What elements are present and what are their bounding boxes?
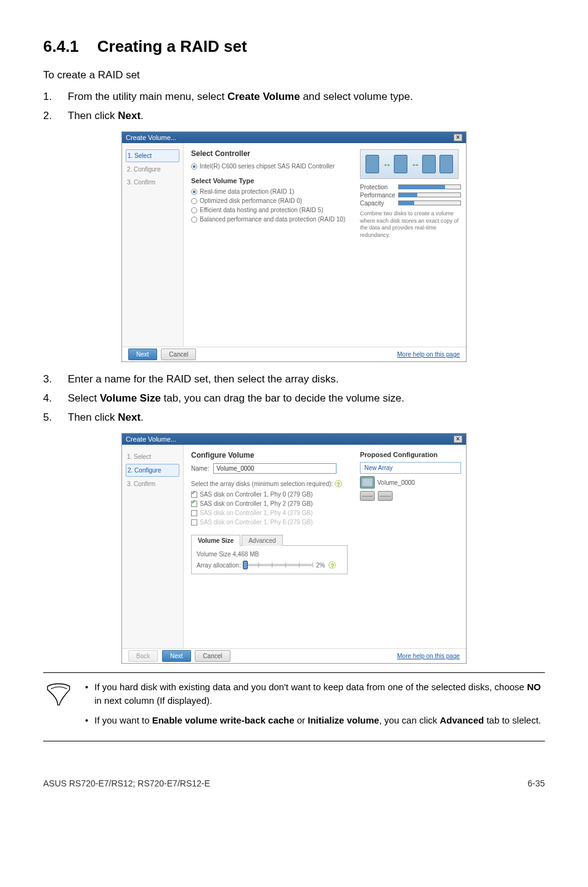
intro-text: To create a RAID set — [43, 67, 545, 83]
select-disks-label: Select the array disks (minimum selectio… — [191, 480, 348, 487]
note-icon — [43, 680, 74, 733]
step-text: Then click Next. — [68, 409, 545, 426]
wizard-step-configure[interactable]: 2. Configure — [126, 464, 179, 477]
step-number: 1. — [43, 88, 68, 105]
dialog-titlebar: Create Volume... × — [122, 434, 466, 445]
note-box: If you hard disk with existing data and … — [43, 672, 545, 741]
create-volume-dialog-2: Create Volume... × 1. Select 2. Configur… — [121, 433, 467, 664]
wizard-step-select[interactable]: 1. Select — [126, 451, 179, 463]
more-help-link[interactable]: More help on this page — [397, 653, 460, 659]
wizard-sidebar: 1. Select 2. Configure 3. Confirm — [122, 445, 184, 648]
volume-icon — [360, 476, 375, 489]
footer-left: ASUS RS720-E7/RS12; RS720-E7/RS12-E — [43, 778, 210, 788]
section-number: 6.4.1 — [43, 37, 79, 56]
disk-checkbox-2[interactable]: SAS disk on Controller 1, Phy 2 (279 GB) — [191, 499, 348, 508]
controller-radio[interactable]: Intel(R) C600 series chipset SAS RAID Co… — [191, 162, 348, 171]
disk-checkbox-4: SAS disk on Controller 1, Phy 4 (279 GB) — [191, 508, 348, 518]
step-item: 3. Enter a name for the RAID set, then s… — [43, 371, 545, 387]
help-icon[interactable]: ? — [335, 480, 342, 487]
select-volume-type-heading: Select Volume Type — [191, 177, 348, 184]
wizard-step-configure: 2. Configure — [126, 163, 179, 175]
volume-type-raid5[interactable]: Efficient data hosting and protection (R… — [191, 205, 348, 215]
step-number: 4. — [43, 390, 68, 406]
name-label: Name: — [191, 465, 209, 472]
disk-icon — [360, 491, 375, 501]
step-number: 3. — [43, 371, 68, 387]
dialog-main: Select Controller Intel(R) C600 series c… — [184, 143, 355, 347]
next-button[interactable]: Next — [128, 349, 157, 360]
tab-body: Volume Size 4,468 MB Array allocation: 2… — [191, 546, 348, 574]
dialog-title: Create Volume... — [126, 134, 176, 141]
volume-size-value: Volume Size 4,468 MB — [197, 551, 342, 558]
footer-right: 6-35 — [528, 778, 545, 788]
cancel-button[interactable]: Cancel — [161, 349, 196, 360]
step-text: Enter a name for the RAID set, then sele… — [68, 371, 545, 387]
tab-advanced[interactable]: Advanced — [242, 535, 282, 546]
allocation-slider[interactable] — [245, 564, 312, 566]
note-item: If you want to Enable volume write-back … — [85, 714, 545, 727]
volume-type-raid0[interactable]: Optimized disk performance (RAID 0) — [191, 196, 348, 205]
step-item: 2. Then click Next. — [43, 107, 545, 124]
note-list: If you hard disk with existing data and … — [85, 680, 545, 733]
close-icon[interactable]: × — [454, 435, 462, 443]
section-title: Creating a RAID set — [97, 37, 247, 56]
proposed-config-heading: Proposed Configuration — [360, 451, 461, 458]
step-item: 1. From the utility main menu, select Cr… — [43, 88, 545, 105]
tab-volume-size[interactable]: Volume Size — [191, 535, 240, 546]
steps-list-b: 3. Enter a name for the RAID set, then s… — [43, 371, 545, 426]
dialog-right-column: ↔ ↔ Protection Performance Capacity Comb… — [355, 143, 466, 347]
config-tabs: Volume Size Advanced — [191, 534, 348, 546]
volume-name-input[interactable] — [213, 463, 337, 474]
capacity-meter: Capacity — [360, 200, 461, 207]
back-button[interactable]: Back — [128, 650, 158, 662]
new-array-label: New Array — [360, 462, 461, 474]
configure-volume-heading: Configure Volume — [191, 451, 348, 460]
protection-meter: Protection — [360, 184, 461, 191]
step-number: 5. — [43, 409, 68, 426]
close-icon[interactable]: × — [454, 134, 462, 141]
section-heading: 6.4.1Creating a RAID set — [43, 37, 545, 56]
help-icon[interactable]: ? — [329, 561, 336, 569]
step-text: Select Volume Size tab, you can drag the… — [68, 390, 545, 406]
step-item: 4. Select Volume Size tab, you can drag … — [43, 390, 545, 406]
disk-checkbox-6: SAS disk on Controller 1, Phy 6 (279 GB) — [191, 518, 348, 527]
volume-type-raid10[interactable]: Balanced performance and data protection… — [191, 215, 348, 224]
wizard-sidebar: 1. Select 2. Configure 3. Confirm — [122, 143, 184, 347]
dialog-titlebar: Create Volume... × — [122, 132, 466, 143]
note-item: If you hard disk with existing data and … — [85, 680, 545, 708]
array-allocation-row: Array allocation: 2% ? — [197, 561, 342, 569]
step-text: Then click Next. — [68, 107, 545, 124]
dialog-main: Configure Volume Name: Select the array … — [184, 445, 355, 648]
disk-checkbox-0[interactable]: SAS disk on Controller 1, Phy 0 (279 GB) — [191, 490, 348, 499]
raid-graphic-icon: ↔ ↔ — [360, 149, 459, 179]
proposed-volume: Volume_0000 — [360, 476, 461, 489]
wizard-step-confirm: 3. Confirm — [126, 176, 179, 188]
more-help-link[interactable]: More help on this page — [397, 351, 460, 358]
performance-meter: Performance — [360, 192, 461, 199]
wizard-step-select[interactable]: 1. Select — [126, 149, 179, 162]
allocation-label: Array allocation: — [197, 562, 241, 569]
allocation-percent: 2% — [316, 562, 325, 569]
proposed-disks — [360, 491, 461, 502]
cancel-button[interactable]: Cancel — [195, 650, 230, 662]
dialog-title: Create Volume... — [126, 435, 176, 443]
next-button[interactable]: Next — [162, 650, 191, 662]
disk-icon — [378, 491, 393, 501]
volume-type-raid1[interactable]: Real-time data protection (RAID 1) — [191, 187, 348, 196]
page-footer: ASUS RS720-E7/RS12; RS720-E7/RS12-E 6-35 — [43, 778, 545, 788]
volume-type-note: Combine two disks to create a volume whe… — [360, 210, 461, 239]
proposed-config-column: Proposed Configuration New Array Volume_… — [355, 445, 466, 648]
step-number: 2. — [43, 107, 68, 124]
wizard-step-confirm: 3. Confirm — [126, 478, 179, 490]
dialog-footer: Next Cancel More help on this page — [122, 347, 466, 361]
steps-list-a: 1. From the utility main menu, select Cr… — [43, 88, 545, 124]
step-item: 5. Then click Next. — [43, 409, 545, 426]
step-text: From the utility main menu, select Creat… — [68, 88, 545, 105]
select-controller-heading: Select Controller — [191, 149, 348, 158]
create-volume-dialog-1: Create Volume... × 1. Select 2. Configur… — [121, 131, 467, 362]
dialog-footer: Back Next Cancel More help on this page — [122, 648, 466, 663]
